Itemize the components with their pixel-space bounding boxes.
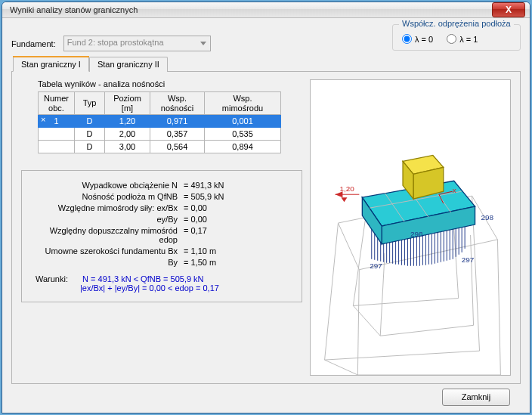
table-row[interactable]: 1 D 1,20 0,971 0,001 <box>39 115 281 128</box>
svg-rect-23 <box>438 233 438 263</box>
svg-marker-48 <box>341 197 347 202</box>
titlebar: Wyniki analizy stanów granicznych X <box>2 2 530 18</box>
svg-rect-30 <box>459 228 459 255</box>
tab-panel: Tabela wyników - analiza nośności Numer … <box>11 72 521 384</box>
close-icon: X <box>506 5 512 15</box>
dialog-window: Wyniki analizy stanów granicznych X Fund… <box>2 2 530 413</box>
lambda-1-label: λ = 1 <box>459 35 478 44</box>
results-box: Wypadkowe obciążenie N= 491,3 kN Nośność… <box>21 170 302 302</box>
dialog-content: Fundament: Fund 2: stopa prostokątna Wsp… <box>2 18 530 413</box>
col-wsp-mimosrodu[interactable]: Wsp. mimośrodu <box>205 92 281 115</box>
svg-text:297: 297 <box>462 256 475 264</box>
col-wsp-nosnosci[interactable]: Wsp. nośności <box>150 92 205 115</box>
svg-rect-29 <box>456 228 456 257</box>
col-typ[interactable]: Typ <box>75 92 105 115</box>
left-column: Tabela wyników - analiza nośności Numer … <box>21 79 302 376</box>
3d-viewer[interactable]: x 1,20 298 298 297 297 <box>310 79 511 376</box>
foundation-3d-icon: x 1,20 298 298 297 297 <box>311 80 510 375</box>
col-poziom[interactable]: Poziom [m] <box>105 92 150 115</box>
svg-rect-22 <box>435 234 435 264</box>
svg-rect-18 <box>422 235 423 265</box>
svg-rect-31 <box>462 227 462 252</box>
window-title: Wyniki analizy stanów granicznych <box>10 5 492 14</box>
condition-2: |ex/Bx| + |ey/By| = 0,00 < edop = 0,17 <box>80 283 219 293</box>
foundation-value: Fund 2: stopa prostokątna <box>67 38 164 47</box>
svg-rect-17 <box>419 236 420 266</box>
results-table: Numer obc. Typ Poziom [m] Wsp. nośności … <box>38 91 281 153</box>
table-caption: Tabela wyników - analiza nośności <box>38 79 302 88</box>
relief-factor-legend: Współcz. odprężenia podłoża <box>399 19 514 28</box>
foundation-combobox[interactable]: Fund 2: stopa prostokątna <box>63 36 211 51</box>
svg-text:298: 298 <box>481 213 494 221</box>
col-numer[interactable]: Numer obc. <box>39 92 75 115</box>
lambda-0-radio[interactable] <box>402 34 412 44</box>
svg-text:x: x <box>453 186 456 194</box>
foundation-label: Fundament: <box>11 39 56 48</box>
conditions-label: Warunki: <box>36 274 77 283</box>
window-close-button[interactable]: X <box>492 2 525 17</box>
close-button[interactable]: Zamknij <box>442 389 510 406</box>
condition-1: N = 491,3 kN < QfNB = 505,9 kN <box>82 274 204 283</box>
svg-text:1,20: 1,20 <box>339 184 354 193</box>
lambda-0-label: λ = 0 <box>415 35 433 44</box>
lambda-0-option[interactable]: λ = 0 <box>402 34 433 44</box>
svg-rect-21 <box>431 234 432 265</box>
svg-rect-15 <box>413 236 414 266</box>
tab-limit-state-2[interactable]: Stan graniczny II <box>89 57 168 72</box>
foundation-selector-row: Fundament: Fund 2: stopa prostokątna <box>11 36 211 51</box>
svg-rect-20 <box>428 234 429 265</box>
svg-rect-25 <box>444 231 444 262</box>
tab-limit-state-1[interactable]: Stan graniczny I <box>13 57 89 72</box>
svg-text:298: 298 <box>410 230 423 238</box>
svg-rect-26 <box>447 231 447 261</box>
svg-rect-13 <box>407 236 408 266</box>
svg-rect-1 <box>371 229 372 259</box>
svg-rect-14 <box>410 236 411 266</box>
svg-rect-24 <box>441 232 441 262</box>
svg-rect-19 <box>425 235 426 265</box>
svg-rect-28 <box>453 229 453 259</box>
svg-rect-27 <box>450 230 450 260</box>
lambda-1-option[interactable]: λ = 1 <box>447 34 478 44</box>
relief-factor-group: Współcz. odprężenia podłoża λ = 0 λ = 1 <box>392 24 521 51</box>
svg-rect-16 <box>416 236 417 266</box>
svg-rect-32 <box>465 226 466 249</box>
table-row[interactable]: D 2,00 0,357 0,535 <box>39 128 281 141</box>
svg-text:297: 297 <box>370 262 382 270</box>
table-row[interactable]: D 3,00 0,564 0,894 <box>39 141 281 153</box>
tabs: Stan graniczny I Stan graniczny II <box>11 56 521 72</box>
lambda-1-radio[interactable] <box>447 34 456 44</box>
